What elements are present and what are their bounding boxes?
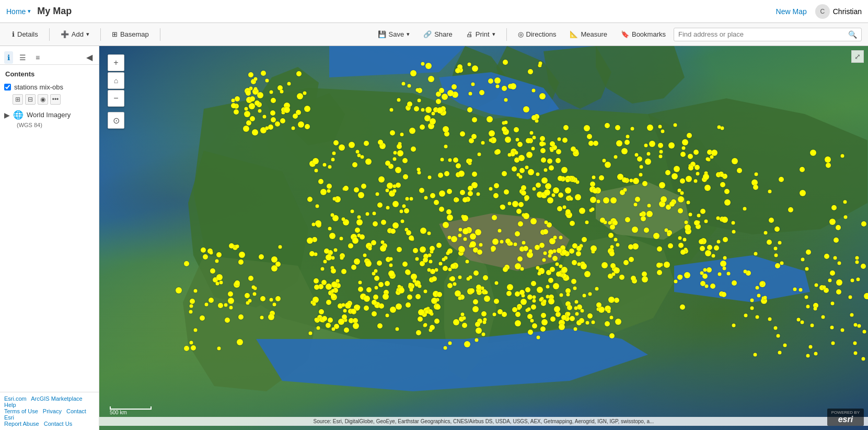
- avatar: C: [815, 4, 830, 19]
- search-input[interactable]: [678, 30, 848, 38]
- layer-checkbox[interactable]: [4, 84, 11, 90]
- tab-info[interactable]: ℹ: [4, 51, 13, 64]
- zoom-in-button[interactable]: +: [108, 54, 124, 71]
- map-title: My Map: [37, 6, 72, 17]
- basemap-name: World Imagery: [27, 111, 71, 119]
- toolbar: ℹ Details ➕ Add ▾ ⊞ Basemap 💾 Save ▾ 🔗 S…: [0, 23, 868, 46]
- add-chevron: ▾: [86, 31, 89, 38]
- directions-button[interactable]: ◎ Directions: [512, 27, 562, 41]
- powered-by-text: POWERED BY: [831, 410, 860, 415]
- top-bar: Home ▾ My Map New Map C Christian: [0, 0, 868, 23]
- footer-report[interactable]: Report Abuse: [4, 421, 39, 427]
- tab-layers[interactable]: ☰: [16, 51, 29, 64]
- share-button[interactable]: 🔗 Share: [418, 27, 458, 41]
- measure-button[interactable]: 📐 Measure: [564, 27, 613, 41]
- tab-legend[interactable]: ≡: [32, 51, 43, 64]
- footer-privacy[interactable]: Privacy: [43, 408, 62, 414]
- footer-esri[interactable]: Esri.com: [4, 395, 27, 402]
- attribution: Source: Esri, DigitalGlobe, GeoEye, Eart…: [99, 417, 868, 426]
- map-area[interactable]: + ⌂ − ⊙ 500 km ⤢ Source: Esri, DigitalGl…: [99, 46, 868, 430]
- esri-logo: POWERED BY esri: [827, 409, 864, 426]
- footer-terms[interactable]: Terms of Use: [4, 408, 38, 414]
- user-name: Christian: [833, 7, 862, 16]
- layer-tool-style[interactable]: ◉: [38, 94, 48, 105]
- basemap-globe-icon: 🌐: [13, 110, 24, 120]
- search-box[interactable]: 🔍: [674, 28, 862, 41]
- layer-tool-chart[interactable]: ⊟: [25, 94, 36, 105]
- layer-tool-more[interactable]: •••: [50, 94, 61, 105]
- footer-marketplace[interactable]: ArcGIS Marketplace: [31, 395, 82, 402]
- home-extent-button[interactable]: ⌂: [108, 72, 124, 89]
- bookmarks-button[interactable]: 🔖 Bookmarks: [615, 27, 672, 41]
- toolbar-divider-2: [100, 28, 101, 41]
- layer-name: stations mix-obs: [14, 83, 63, 91]
- new-map-button[interactable]: New Map: [776, 7, 807, 16]
- contents-label: Contents: [0, 65, 99, 81]
- layer-tool-table[interactable]: ⊞: [13, 94, 23, 105]
- measure-icon: 📐: [570, 30, 578, 38]
- save-button[interactable]: 💾 Save ▾: [372, 27, 416, 41]
- home-chevron: ▾: [28, 8, 31, 15]
- footer-contact2[interactable]: Contact Us: [44, 421, 72, 427]
- top-bar-right: New Map C Christian: [776, 4, 862, 19]
- locate-button[interactable]: ⊙: [108, 112, 124, 129]
- basemap-icon: ⊞: [112, 30, 118, 38]
- sidebar-collapse-button[interactable]: ◀: [84, 50, 95, 64]
- esri-label: esri: [838, 415, 853, 424]
- map-expand-button[interactable]: ⤢: [851, 50, 864, 63]
- basemap-button[interactable]: ⊞ Basemap: [106, 27, 155, 41]
- home-button[interactable]: Home ▾: [6, 7, 31, 16]
- toolbar-divider-3: [160, 28, 160, 41]
- sidebar-footer: Esri.com ArcGIS Marketplace Help Terms o…: [0, 392, 99, 430]
- share-icon: 🔗: [423, 30, 432, 38]
- toolbar-right: 💾 Save ▾ 🔗 Share 🖨 Print ▾ ◎ Directions …: [372, 27, 862, 41]
- print-button[interactable]: 🖨 Print ▾: [460, 27, 501, 41]
- layer-item: stations mix-obs: [0, 81, 99, 93]
- search-icon[interactable]: 🔍: [848, 30, 857, 39]
- toolbar-divider-4: [506, 28, 507, 41]
- details-icon: ℹ: [12, 30, 15, 38]
- basemap-subtext: (WGS 84): [0, 122, 99, 128]
- add-button[interactable]: ➕ Add ▾: [55, 27, 95, 41]
- bookmarks-icon: 🔖: [621, 30, 629, 38]
- details-button[interactable]: ℹ Details: [6, 27, 44, 41]
- save-icon: 💾: [378, 30, 386, 38]
- directions-icon: ◎: [518, 30, 524, 38]
- map-controls: + ⌂ − ⊙: [108, 54, 124, 129]
- sidebar: ℹ ☰ ≡ ◀ Contents stations mix-obs ⊞ ⊟ ◉ …: [0, 46, 99, 430]
- scale-text: 500 km: [110, 410, 127, 415]
- toolbar-divider-1: [49, 28, 50, 41]
- user-info[interactable]: C Christian: [815, 4, 862, 19]
- map-land: [99, 46, 868, 430]
- basemap-item: ▶ 🌐 World Imagery: [0, 108, 99, 122]
- add-icon: ➕: [61, 30, 69, 38]
- home-label: Home: [6, 7, 26, 16]
- scale-bar: 500 km: [110, 406, 152, 415]
- sidebar-tabs: ℹ ☰ ≡ ◀: [0, 46, 99, 65]
- zoom-out-button[interactable]: −: [108, 90, 124, 107]
- main-layout: ℹ ☰ ≡ ◀ Contents stations mix-obs ⊞ ⊟ ◉ …: [0, 46, 868, 430]
- footer-help[interactable]: Help: [4, 402, 16, 408]
- basemap-expand-icon[interactable]: ▶: [4, 111, 10, 119]
- layer-tools: ⊞ ⊟ ◉ •••: [0, 93, 99, 106]
- print-icon: 🖨: [466, 30, 473, 38]
